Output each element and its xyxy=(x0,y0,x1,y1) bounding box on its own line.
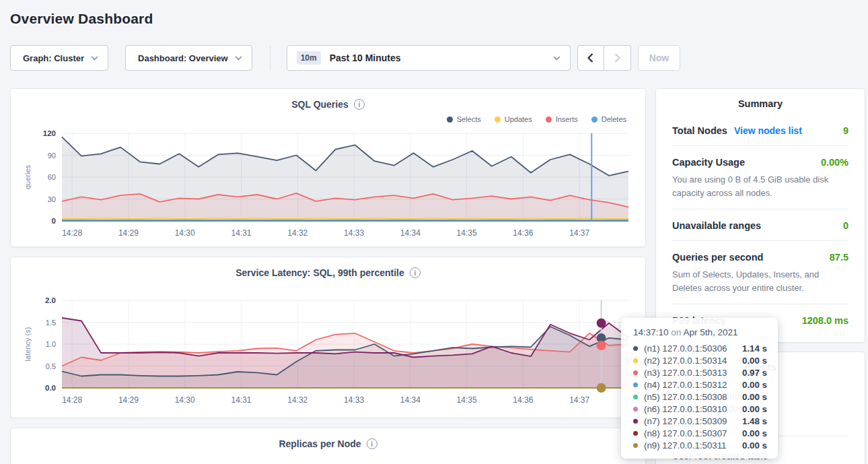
time-prev-button[interactable] xyxy=(577,45,604,71)
y-tick-label: 90 xyxy=(48,152,56,160)
legend-dot-icon xyxy=(447,117,453,123)
legend-item[interactable]: Inserts xyxy=(546,115,578,123)
divider xyxy=(270,46,270,71)
dashboard-dropdown[interactable]: Dashboard: Overview xyxy=(125,45,252,71)
node-latency-value: 1.14 s xyxy=(742,343,767,354)
page: Overview Dashboard Graph: Cluster Dashbo… xyxy=(0,0,868,464)
node-dot-icon xyxy=(633,383,638,387)
y-tick-label: 0.0 xyxy=(45,384,56,392)
chevron-down-icon xyxy=(91,56,98,61)
dashboard-dropdown-label: Dashboard: Overview xyxy=(138,53,228,63)
node-address: (n9) 127.0.0.1:50311 xyxy=(644,440,738,451)
capacity-usage-row: Capacity Usage 0.00% xyxy=(672,145,848,177)
x-tick-label: 14:30 xyxy=(175,228,195,238)
tooltip-row: (n6) 127.0.0.1:503100.00 s xyxy=(633,403,767,415)
node-address: (n6) 127.0.0.1:50310 xyxy=(644,404,738,414)
x-tick-label: 14:31 xyxy=(231,228,251,238)
node-latency-value: 0.97 s xyxy=(742,368,767,378)
node-dot-icon xyxy=(633,431,638,436)
qps-label: Queries per second xyxy=(672,252,763,263)
node-latency-value: 0.00 s xyxy=(742,356,767,366)
view-nodes-list-link[interactable]: View nodes list xyxy=(734,125,802,136)
legend-item[interactable]: Updates xyxy=(495,115,532,123)
node-address: (n8) 127.0.0.1:50307 xyxy=(644,428,738,438)
node-dot-icon xyxy=(633,407,638,411)
tooltip-date: Apr 5th, 2021 xyxy=(683,327,737,337)
now-button[interactable]: Now xyxy=(638,45,681,71)
info-icon[interactable]: i xyxy=(367,438,377,449)
node-dot-icon xyxy=(633,358,638,363)
sql-queries-chart[interactable]: 14:2814:2914:3014:3114:3214:3314:3414:35… xyxy=(22,127,636,241)
node-latency-value: 1.48 s xyxy=(742,416,767,426)
replicas-header: Replicas per Node i xyxy=(22,436,635,451)
info-icon[interactable]: i xyxy=(410,267,421,278)
total-nodes-value: 9 xyxy=(843,125,848,136)
x-tick-label: 14:37 xyxy=(569,228,589,238)
x-tick-label: 14:33 xyxy=(344,395,364,405)
unavailable-ranges-row: Unavailable ranges 0 xyxy=(672,209,848,240)
tooltip-row: (n5) 127.0.0.1:503080.00 s xyxy=(633,391,767,403)
service-latency-title: Service Latency: SQL, 99th percentile xyxy=(236,267,404,278)
node-address: (n2) 127.0.0.1:50314 xyxy=(644,356,738,366)
legend-label: Inserts xyxy=(556,115,578,123)
page-title: Overview Dashboard xyxy=(10,11,868,27)
tooltip-row: (n3) 127.0.0.1:503130.97 s xyxy=(633,366,767,378)
chevron-right-icon xyxy=(614,53,620,63)
replicas-per-node-card: Replicas per Node i xyxy=(10,428,646,464)
time-step-buttons xyxy=(577,45,631,71)
sql-queries-legend: SelectsUpdatesInsertsDeletes xyxy=(22,113,635,125)
tooltip-connector: on xyxy=(671,327,681,337)
node-address: (n7) 127.0.0.1:50309 xyxy=(644,416,738,426)
graph-dropdown-label: Graph: Cluster xyxy=(23,53,84,63)
node-dot-icon xyxy=(633,443,638,448)
legend-item[interactable]: Deletes xyxy=(591,115,626,123)
chevron-down-icon xyxy=(235,56,242,61)
legend-item[interactable]: Selects xyxy=(447,115,481,123)
node-address: (n4) 127.0.0.1:50312 xyxy=(644,380,738,390)
replicas-title: Replicas per Node xyxy=(279,438,361,449)
service-latency-chart[interactable]: 14:2814:2914:3014:3114:3214:3314:3414:35… xyxy=(22,294,636,408)
x-tick-label: 14:29 xyxy=(118,228,139,238)
node-latency-value: 0.00 s xyxy=(742,428,767,438)
chevron-down-icon xyxy=(553,56,560,61)
node-address: (n3) 127.0.0.1:50313 xyxy=(644,368,738,378)
service-latency-card: Service Latency: SQL, 99th percentile i … xyxy=(10,257,646,418)
node-latency-value: 0.00 s xyxy=(742,404,767,414)
controls-bar: Graph: Cluster Dashboard: Overview 10m P… xyxy=(10,45,858,71)
node-dot-icon xyxy=(633,419,638,424)
capacity-usage-desc: You are using 0 B of 4.5 GiB usable disk… xyxy=(672,173,848,199)
x-tick-label: 14:35 xyxy=(457,395,477,405)
time-range-label: Past 10 Minutes xyxy=(330,53,401,63)
time-next-button[interactable] xyxy=(604,45,631,71)
graph-dropdown[interactable]: Graph: Cluster xyxy=(10,45,108,71)
x-tick-label: 14:34 xyxy=(400,228,421,238)
time-range-dropdown[interactable]: 10m Past 10 Minutes xyxy=(287,45,571,71)
x-tick-label: 14:30 xyxy=(175,395,195,405)
sql-queries-title: SQL Queries xyxy=(291,99,349,110)
x-tick-label: 14:37 xyxy=(569,395,589,405)
x-tick-label: 14:32 xyxy=(287,228,308,238)
chart-tooltip: 14:37:10 on Apr 5th, 2021 (n1) 127.0.0.1… xyxy=(621,318,778,459)
chevron-left-icon xyxy=(587,53,593,63)
tooltip-timestamp: 14:37:10 on Apr 5th, 2021 xyxy=(633,327,767,337)
p99-latency-value: 1208.0 ms xyxy=(802,315,848,326)
node-latency-value: 0.00 s xyxy=(742,440,767,451)
y-tick-label: 120 xyxy=(43,129,56,137)
tooltip-row: (n1) 127.0.0.1:503061.14 s xyxy=(633,342,767,354)
y-tick-label: 1.0 xyxy=(46,340,56,348)
node-dot-icon xyxy=(633,395,638,399)
node-dot-icon xyxy=(633,346,638,351)
qps-row: Queries per second 87.5 xyxy=(672,240,848,272)
node-dot-icon xyxy=(633,370,638,375)
tooltip-row: (n9) 127.0.0.1:503110.00 s xyxy=(633,439,767,451)
y-axis-title: latency (s) xyxy=(24,327,32,362)
summary-panel: Summary Total Nodes View nodes list 9 Ca… xyxy=(655,88,865,343)
tooltip-row: (n8) 127.0.0.1:503070.00 s xyxy=(633,427,767,439)
y-axis-title: queries xyxy=(24,164,32,189)
sql-queries-header: SQL Queries i xyxy=(22,97,635,112)
tooltip-time: 14:37:10 xyxy=(633,327,669,337)
y-tick-label: 2.0 xyxy=(45,296,56,304)
tooltip-row: (n4) 127.0.0.1:503120.00 s xyxy=(633,378,767,391)
info-icon[interactable]: i xyxy=(354,99,365,110)
qps-desc: Sum of Selects, Updates, Inserts, and De… xyxy=(672,268,848,294)
